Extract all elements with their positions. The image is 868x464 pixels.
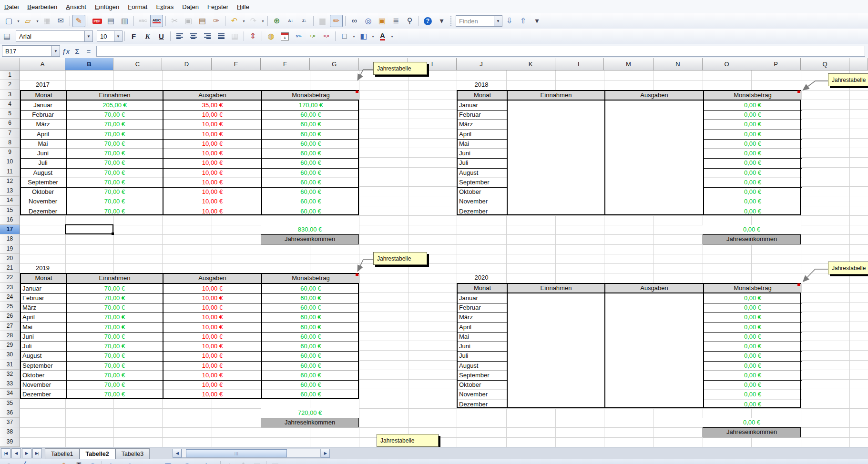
cell-month[interactable]: April: [22, 313, 66, 322]
cell-month[interactable]: Juli: [459, 158, 507, 168]
menu-hilfe[interactable]: Hilfe: [233, 2, 254, 12]
column-header-C[interactable]: C: [113, 58, 162, 71]
row-header-29[interactable]: 29: [0, 341, 20, 350]
cell-einnahmen[interactable]: 70,00 €: [66, 139, 163, 149]
flowchart-button[interactable]: ▥: [162, 460, 174, 464]
sheet-tab-tabelle1[interactable]: Tabelle1: [45, 448, 80, 459]
undo-button[interactable]: ↶: [228, 15, 241, 27]
row-header-32[interactable]: 32: [0, 370, 20, 379]
cell-einnahmen[interactable]: 70,00 €: [66, 323, 163, 332]
cell-month[interactable]: Dezember: [22, 390, 66, 399]
cell-einnahmen[interactable]: 70,00 €: [66, 371, 163, 380]
cell-monatsbetrag[interactable]: 0,00 €: [704, 293, 802, 303]
cell-ausgaben[interactable]: 10,00 €: [163, 361, 262, 371]
cell-month[interactable]: Oktober: [459, 380, 507, 390]
cell-month[interactable]: August: [22, 351, 66, 361]
annual-total-label-2018[interactable]: Jahreseinkommen: [703, 234, 801, 244]
comment-callout-2019[interactable]: Jahrestabelle: [373, 252, 427, 265]
cell-monatsbetrag[interactable]: 0,00 €: [704, 332, 802, 342]
cell-month[interactable]: September: [459, 178, 507, 187]
line-button[interactable]: ╱: [17, 460, 30, 464]
cell-month[interactable]: Juni: [459, 149, 507, 158]
navigator-button[interactable]: ◎: [362, 15, 375, 27]
header-monat-2019[interactable]: Monat: [21, 274, 66, 282]
cell-monatsbetrag[interactable]: 60,00 €: [262, 139, 360, 149]
menu-format[interactable]: Format: [123, 2, 152, 12]
cell-monatsbetrag[interactable]: 60,00 €: [262, 110, 360, 120]
symbol-shapes-button[interactable]: ☺: [123, 460, 136, 464]
cell-einnahmen[interactable]: 70,00 €: [66, 342, 163, 351]
number-format-date-button[interactable]: 1: [278, 30, 291, 42]
cell-einnahmen[interactable]: 70,00 €: [66, 207, 163, 216]
ellipse-button[interactable]: ●: [45, 460, 58, 464]
column-header-M[interactable]: M: [604, 58, 654, 71]
menu-datei[interactable]: Datei: [0, 2, 23, 12]
cell-monatsbetrag[interactable]: 0,00 €: [704, 158, 802, 168]
cell-monatsbetrag[interactable]: 0,00 €: [704, 303, 802, 313]
header-monatsbetrag-2019[interactable]: Monatsbetrag: [262, 274, 360, 282]
header-monatsbetrag-2017[interactable]: Monatsbetrag: [262, 91, 360, 100]
header-monat-2018[interactable]: Monat: [458, 91, 507, 100]
cell-monatsbetrag[interactable]: 0,00 €: [704, 342, 802, 351]
cell-ausgaben[interactable]: 10,00 €: [163, 332, 262, 342]
cell-month[interactable]: Dezember: [459, 207, 507, 216]
annual-total-value-2019[interactable]: 720,00 €: [261, 408, 359, 418]
export-pdf-button[interactable]: PDF: [91, 15, 103, 27]
cell-month[interactable]: Januar: [21, 101, 65, 110]
cell-month[interactable]: Oktober: [459, 187, 507, 197]
row-header-35[interactable]: 35: [0, 399, 20, 408]
hyperlink-button[interactable]: ⊕: [270, 15, 283, 27]
cell-month[interactable]: September: [22, 361, 66, 371]
cell-month[interactable]: Januar: [459, 101, 507, 110]
sum-button[interactable]: Σ: [71, 47, 83, 55]
cell-monatsbetrag[interactable]: 0,00 €: [704, 400, 802, 409]
name-box[interactable]: B17 ▼: [2, 45, 60, 57]
cell-ausgaben[interactable]: 10,00 €: [163, 323, 262, 332]
first-sheet-button[interactable]: |◀: [1, 448, 10, 458]
cell-month[interactable]: Oktober: [21, 187, 65, 197]
row-header-23[interactable]: 23: [0, 283, 20, 293]
cell-month[interactable]: November: [459, 390, 507, 399]
cell-month[interactable]: März: [459, 120, 507, 129]
cell-monatsbetrag[interactable]: 0,00 €: [704, 390, 802, 399]
cell-month[interactable]: August: [459, 361, 507, 371]
cell-einnahmen[interactable]: 70,00 €: [66, 130, 163, 139]
column-header-D[interactable]: D: [162, 58, 212, 71]
zoom-button[interactable]: ⚲: [403, 15, 416, 27]
menu-fenster[interactable]: Fenster: [203, 2, 233, 12]
name-box-dropdown-icon[interactable]: ▼: [51, 46, 60, 56]
cell-monatsbetrag[interactable]: 0,00 €: [704, 351, 802, 361]
row-header-17[interactable]: 17: [0, 225, 20, 234]
find-dropdown-icon[interactable]: ▼: [494, 16, 502, 26]
font-name-combobox[interactable]: Arial ▼: [16, 30, 93, 42]
cell-einnahmen[interactable]: 70,00 €: [66, 168, 163, 178]
cell-monatsbetrag[interactable]: 0,00 €: [704, 139, 802, 149]
cell-month[interactable]: Januar: [22, 284, 66, 293]
cell-einnahmen[interactable]: 70,00 €: [66, 351, 163, 361]
cell-einnahmen[interactable]: 70,00 €: [66, 332, 163, 342]
column-header-L[interactable]: L: [555, 58, 604, 71]
formula-button[interactable]: =: [83, 47, 94, 55]
align-left-button[interactable]: [173, 30, 186, 42]
row-header-22[interactable]: 22: [0, 273, 20, 282]
row-header-18[interactable]: 18: [0, 234, 20, 244]
open-dropdown-icon[interactable]: ▾: [35, 15, 40, 27]
rectangle-button[interactable]: ▭: [31, 460, 44, 464]
row-header-24[interactable]: 24: [0, 293, 20, 302]
cell-month[interactable]: April: [459, 323, 507, 332]
row-header-21[interactable]: 21: [0, 263, 20, 273]
cell-ausgaben[interactable]: 10,00 €: [163, 178, 262, 187]
column-header-Q[interactable]: Q: [801, 58, 849, 71]
sheet-tab-tabelle3[interactable]: Tabelle3: [115, 448, 150, 459]
cell-monatsbetrag[interactable]: 60,00 €: [262, 323, 360, 332]
cell-monatsbetrag[interactable]: 60,00 €: [262, 158, 360, 168]
column-header-J[interactable]: J: [457, 58, 506, 71]
cell-monatsbetrag[interactable]: 0,00 €: [704, 313, 802, 322]
cell-monatsbetrag[interactable]: 60,00 €: [262, 332, 360, 342]
cell-month[interactable]: August: [21, 168, 65, 178]
scrollbar-track[interactable]: |||: [182, 449, 321, 458]
cell-month[interactable]: Dezember: [21, 207, 65, 216]
number-format-percent-button[interactable]: $%: [292, 30, 305, 42]
cell-monatsbetrag[interactable]: 0,00 €: [704, 207, 802, 216]
stars-button[interactable]: ★: [200, 460, 213, 464]
